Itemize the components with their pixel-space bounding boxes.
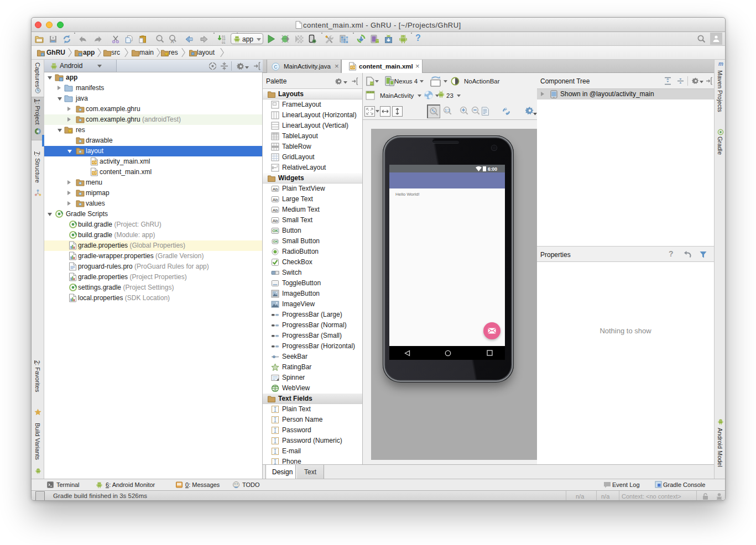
svg-text:1:1: 1:1 bbox=[445, 108, 450, 112]
svg-text:OK: OK bbox=[273, 240, 279, 243]
svg-text:Ab: Ab bbox=[273, 218, 278, 223]
svg-text:A: A bbox=[171, 39, 174, 44]
svg-text:<>: <> bbox=[351, 65, 355, 69]
svg-text:01: 01 bbox=[222, 41, 225, 45]
svg-text:Ab: Ab bbox=[273, 187, 278, 192]
svg-text:Ab: Ab bbox=[273, 208, 278, 213]
svg-text:<>: <> bbox=[92, 160, 97, 164]
svg-text:Ab: Ab bbox=[273, 197, 278, 202]
svg-text:C: C bbox=[274, 64, 278, 70]
svg-text:OK: OK bbox=[273, 229, 279, 233]
svg-text:<>: <> bbox=[92, 171, 97, 175]
